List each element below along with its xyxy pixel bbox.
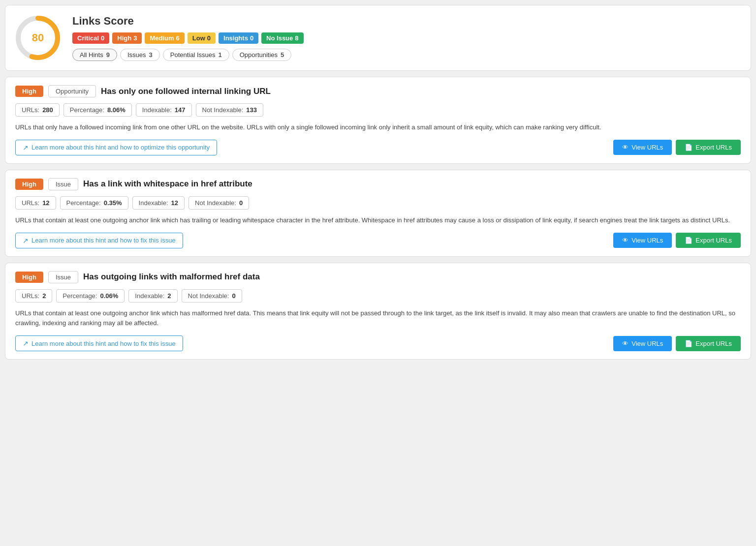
badge-critical: Critical 0 xyxy=(72,32,109,44)
view-urls-btn-1[interactable]: 👁 View URLs xyxy=(613,140,672,155)
hint-footer-3: ↗ Learn more about this hint and how to … xyxy=(15,335,741,351)
hint-header-1: High Opportunity Has only one followed i… xyxy=(15,85,741,97)
hint-title-1: Has only one followed internal linking U… xyxy=(101,87,271,96)
stat-urls-1: URLs:280 xyxy=(15,103,60,117)
action-btns-3: 👁 View URLs 📄 Export URLs xyxy=(613,336,741,351)
score-info: Links Score Critical 0 High 3 Medium 6 L… xyxy=(72,15,743,61)
filter-row: All Hints 9 Issues 3 Potential Issues 1 … xyxy=(72,49,743,61)
hint-title-3: Has outgoing links with malformed href d… xyxy=(83,272,260,282)
export-urls-btn-3[interactable]: 📄 Export URLs xyxy=(676,336,741,351)
stat-indexable-2: Indexable:12 xyxy=(132,196,185,210)
stat-indexable-1: Indexable:147 xyxy=(136,103,192,117)
stats-row-1: URLs:280 Percentage:8.06% Indexable:147 … xyxy=(15,103,741,117)
stats-row-3: URLs:2 Percentage:0.06% Indexable:2 Not … xyxy=(15,289,741,303)
badge-low: Low 0 xyxy=(188,32,216,44)
score-donut: 80 xyxy=(13,13,63,62)
learn-link-3[interactable]: ↗ Learn more about this hint and how to … xyxy=(15,335,183,351)
action-btns-2: 👁 View URLs 📄 Export URLs xyxy=(613,233,741,248)
stat-urls-3: URLs:2 xyxy=(15,289,52,303)
view-urls-btn-3[interactable]: 👁 View URLs xyxy=(613,336,672,351)
type-tag-2: Issue xyxy=(48,178,78,190)
hint-card-1: High Opportunity Has only one followed i… xyxy=(5,77,751,164)
learn-link-1[interactable]: ↗ Learn more about this hint and how to … xyxy=(15,140,217,155)
export-urls-btn-2[interactable]: 📄 Export URLs xyxy=(676,233,741,248)
severity-high-3: High xyxy=(15,272,43,283)
stat-not-indexable-3: Not Indexable:0 xyxy=(182,289,242,303)
badge-row: Critical 0 High 3 Medium 6 Low 0 Insight… xyxy=(72,32,743,44)
stat-not-indexable-2: Not Indexable:0 xyxy=(189,196,249,210)
badge-noissue: No Issue 8 xyxy=(261,32,303,44)
hint-card-3: High Issue Has outgoing links with malfo… xyxy=(5,263,751,360)
action-btns-1: 👁 View URLs 📄 Export URLs xyxy=(613,140,741,155)
hint-card-2: High Issue Has a link with whitespace in… xyxy=(5,170,751,257)
stats-row-2: URLs:12 Percentage:0.35% Indexable:12 No… xyxy=(15,196,741,210)
hint-header-2: High Issue Has a link with whitespace in… xyxy=(15,178,741,190)
score-value: 80 xyxy=(32,31,44,44)
hint-header-3: High Issue Has outgoing links with malfo… xyxy=(15,271,741,283)
export-urls-btn-1[interactable]: 📄 Export URLs xyxy=(676,140,741,155)
type-tag-3: Issue xyxy=(48,271,78,283)
hint-footer-2: ↗ Learn more about this hint and how to … xyxy=(15,233,741,248)
external-icon-2: ↗ xyxy=(23,237,29,244)
badge-high: High 3 xyxy=(112,32,142,44)
score-title: Links Score xyxy=(72,15,743,28)
score-header-card: 80 Links Score Critical 0 High 3 Medium … xyxy=(5,5,751,71)
external-icon-3: ↗ xyxy=(23,339,29,347)
stat-urls-2: URLs:12 xyxy=(15,196,56,210)
filter-opportunities[interactable]: Opportunities 5 xyxy=(232,49,292,61)
hint-desc-2: URLs that contain at least one outgoing … xyxy=(15,215,741,226)
learn-link-2[interactable]: ↗ Learn more about this hint and how to … xyxy=(15,233,183,248)
filter-potential-issues[interactable]: Potential Issues 1 xyxy=(163,49,229,61)
hint-footer-1: ↗ Learn more about this hint and how to … xyxy=(15,140,741,155)
hint-desc-1: URLs that only have a followed incoming … xyxy=(15,122,741,133)
view-urls-btn-2[interactable]: 👁 View URLs xyxy=(613,233,672,248)
hint-desc-3: URLs that contain at least one outgoing … xyxy=(15,308,741,329)
hint-title-2: Has a link with whitespace in href attri… xyxy=(83,179,252,189)
severity-high-2: High xyxy=(15,179,43,190)
stat-not-indexable-1: Not Indexable:133 xyxy=(196,103,264,117)
external-icon-1: ↗ xyxy=(23,144,29,152)
badge-insights: Insights 0 xyxy=(219,32,258,44)
stat-pct-2: Percentage:0.35% xyxy=(60,196,128,210)
type-tag-1: Opportunity xyxy=(48,85,96,97)
stat-pct-3: Percentage:0.06% xyxy=(56,289,125,303)
badge-medium: Medium 6 xyxy=(145,32,184,44)
severity-high-1: High xyxy=(15,86,43,97)
filter-issues[interactable]: Issues 3 xyxy=(120,49,160,61)
filter-all-hints[interactable]: All Hints 9 xyxy=(72,49,117,61)
stat-pct-1: Percentage:8.06% xyxy=(63,103,132,117)
stat-indexable-3: Indexable:2 xyxy=(128,289,177,303)
